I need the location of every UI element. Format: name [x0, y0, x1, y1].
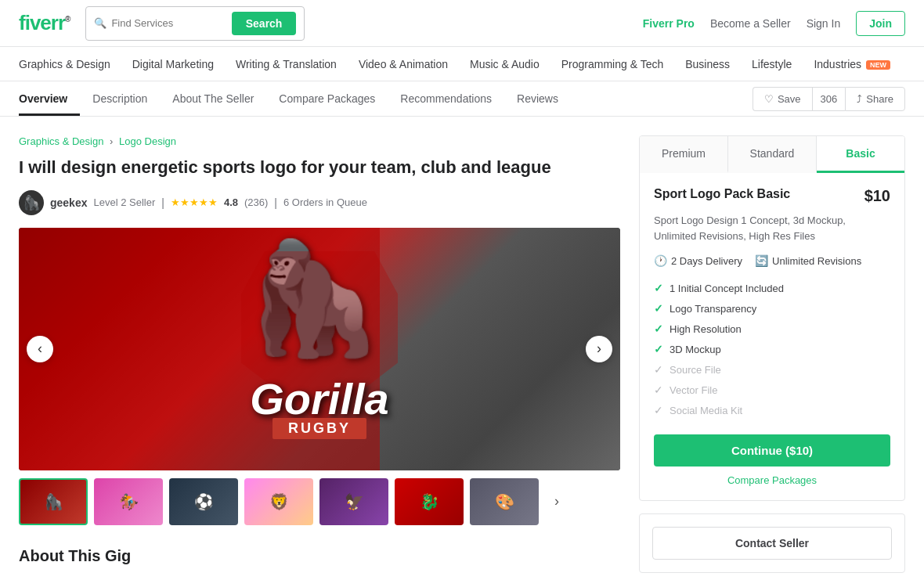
feature-label: Logo Transparency [670, 303, 756, 315]
package-tab-standard[interactable]: Standard [728, 136, 817, 173]
nav-item-graphics[interactable]: Graphics & Design [19, 55, 110, 74]
thumb-2[interactable]: 🏇 [94, 478, 163, 525]
heart-icon: ♡ [764, 93, 774, 105]
seller-level: Level 2 Seller [93, 196, 155, 208]
gallery-main-subtitle: RUGBY [273, 418, 366, 439]
become-seller-link[interactable]: Become a Seller [710, 17, 791, 30]
join-button[interactable]: Join [856, 11, 905, 36]
check-icon-disabled: ✓ [654, 363, 663, 376]
main-nav: Graphics & Design Digital Marketing Writ… [0, 47, 924, 81]
review-count: (236) [244, 196, 268, 208]
feature-concept: ✓ 1 Initial Concept Included [654, 278, 890, 298]
save-label: Save [778, 93, 801, 105]
share-button[interactable]: ⤴ Share [845, 87, 905, 111]
thumbnails: 🦍 🏇 ⚽ 🦁 🦅 🐉 🎨 › [19, 478, 620, 525]
compare-packages-link[interactable]: Compare Packages [654, 474, 890, 486]
check-icon-disabled: ✓ [654, 404, 663, 416]
nav-item-business[interactable]: Business [685, 55, 730, 74]
feature-resolution: ✓ High Resolution [654, 319, 890, 339]
seller-name[interactable]: geekex [50, 196, 87, 209]
gallery-title-area: Gorilla RUGBY [19, 377, 620, 439]
orders-queue: 6 Orders in Queue [283, 196, 367, 208]
gallery-main-title: Gorilla [19, 377, 620, 421]
save-count: 306 [812, 87, 846, 111]
thumb-5[interactable]: 🦅 [319, 478, 388, 525]
delivery-label: 2 Days Delivery [671, 255, 742, 267]
gig-title: I will design energetic sports logo for … [19, 157, 620, 179]
search-button[interactable]: Search [232, 12, 297, 35]
gallery-next-button[interactable]: › [586, 336, 612, 362]
logo[interactable]: fiverr® [19, 11, 70, 35]
feature-source: ✓ Source File [654, 359, 890, 380]
nav-item-music[interactable]: Music & Audio [470, 55, 540, 74]
search-input[interactable] [111, 17, 231, 29]
breadcrumb-parent[interactable]: Graphics & Design [19, 135, 103, 147]
contact-seller-button[interactable]: Contact Seller [652, 527, 892, 560]
about-gig-title: About This Gig [19, 547, 620, 565]
header: fiverr® 🔍 Search Fiverr Pro Become a Sel… [0, 0, 924, 47]
gallery-prev-button[interactable]: ‹ [27, 336, 53, 362]
divider-1: | [161, 196, 164, 209]
refresh-icon: 🔄 [755, 254, 768, 267]
nav-item-writing[interactable]: Writing & Translation [236, 55, 337, 74]
package-card: Premium Standard Basic Sport Logo Pack B… [639, 135, 905, 501]
revisions-meta: 🔄 Unlimited Revisions [755, 254, 861, 267]
delivery-meta: 🕐 2 Days Delivery [654, 254, 742, 267]
breadcrumb-child[interactable]: Logo Design [119, 135, 176, 147]
thumb-3[interactable]: ⚽ [169, 478, 238, 525]
page-tabs: Overview Description About The Seller Co… [0, 81, 924, 117]
thumb-4[interactable]: 🦁 [244, 478, 313, 525]
package-body: Sport Logo Pack Basic $10 Sport Logo Des… [640, 173, 904, 500]
thumb-1[interactable]: 🦍 [19, 478, 88, 525]
check-icon-disabled: ✓ [654, 384, 663, 396]
header-nav: Fiverr Pro Become a Seller Sign In Join [643, 11, 905, 36]
divider-2: | [274, 196, 277, 209]
search-bar: 🔍 Search [85, 6, 305, 41]
breadcrumb: Graphics & Design › Logo Design [19, 135, 620, 147]
nav-item-digital[interactable]: Digital Marketing [132, 55, 214, 74]
breadcrumb-separator: › [110, 135, 113, 147]
feature-vector: ✓ Vector File [654, 380, 890, 400]
tab-compare-packages[interactable]: Compare Packages [266, 81, 388, 116]
check-icon: ✓ [654, 302, 663, 315]
sign-in-link[interactable]: Sign In [807, 17, 841, 30]
package-name: Sport Logo Pack Basic [654, 187, 790, 201]
rating-value: 4.8 [224, 196, 238, 208]
package-tabs: Premium Standard Basic [640, 136, 904, 173]
gig-content: Graphics & Design › Logo Design I will d… [19, 135, 620, 576]
seller-info: 🦍 geekex Level 2 Seller | ★★★★★ 4.8 (236… [19, 190, 620, 215]
gallery-main-image: 🦍 Gorilla RUGBY [19, 228, 620, 470]
nav-item-programming[interactable]: Programming & Tech [561, 55, 663, 74]
feature-label: High Resolution [670, 323, 742, 335]
feature-label: 3D Mockup [670, 344, 721, 355]
check-icon: ✓ [654, 322, 663, 335]
thumb-7[interactable]: 🎨 [470, 478, 539, 525]
feature-label: Vector File [670, 384, 717, 396]
package-tab-basic[interactable]: Basic [817, 136, 904, 173]
continue-button[interactable]: Continue ($10) [654, 434, 890, 467]
tab-overview[interactable]: Overview [19, 81, 80, 116]
avatar: 🦍 [19, 190, 44, 215]
thumb-more[interactable]: › [545, 478, 568, 525]
nav-item-lifestyle[interactable]: Lifestyle [752, 55, 792, 74]
nav-item-video[interactable]: Video & Animation [359, 55, 448, 74]
tab-about-seller[interactable]: About The Seller [160, 81, 266, 116]
tab-reviews[interactable]: Reviews [504, 81, 571, 116]
contact-card: Contact Seller [639, 513, 905, 573]
tab-actions: ♡ Save 306 ⤴ Share [753, 87, 905, 111]
clock-icon: 🕐 [654, 254, 667, 267]
package-meta: 🕐 2 Days Delivery 🔄 Unlimited Revisions [654, 254, 890, 267]
fiverr-pro-link[interactable]: Fiverr Pro [643, 17, 695, 30]
thumb-6[interactable]: 🐉 [395, 478, 464, 525]
save-button[interactable]: ♡ Save [753, 87, 812, 111]
nav-item-industries[interactable]: Industries NEW [814, 55, 890, 74]
package-header: Sport Logo Pack Basic $10 [654, 187, 890, 205]
search-icon: 🔍 [94, 17, 106, 29]
tab-recommendations[interactable]: Recommendations [388, 81, 504, 116]
tab-description[interactable]: Description [80, 81, 160, 116]
star-icons: ★★★★★ [171, 196, 218, 208]
package-tab-premium[interactable]: Premium [640, 136, 728, 173]
revisions-label: Unlimited Revisions [772, 255, 861, 267]
feature-3d: ✓ 3D Mockup [654, 339, 890, 359]
features-list: ✓ 1 Initial Concept Included ✓ Logo Tran… [654, 278, 890, 420]
